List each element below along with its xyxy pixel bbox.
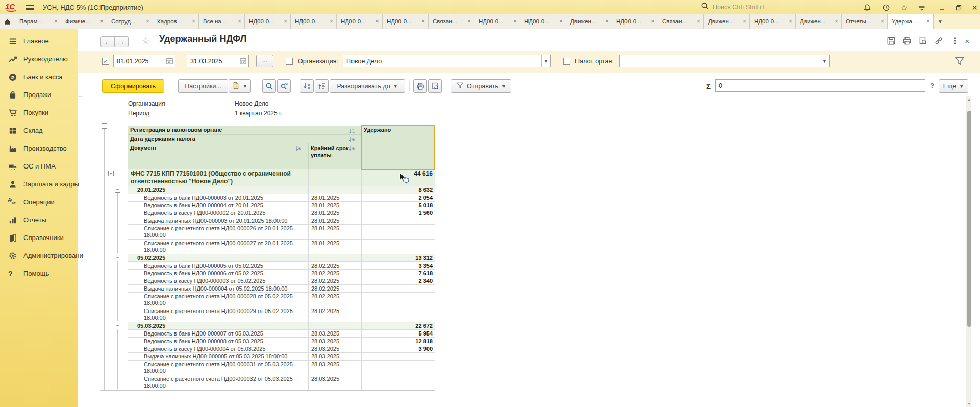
sidebar-item-staff[interactable]: Зарплата и кадры xyxy=(0,175,78,193)
report-group-row[interactable]: 05.03.202522 672 xyxy=(128,322,435,330)
tab-20[interactable]: Удержа...× xyxy=(888,14,934,29)
report-detail-row[interactable]: Ведомость в банк НД00-000003 от 20.01.20… xyxy=(128,194,435,202)
tab-15[interactable]: Связан...× xyxy=(658,14,704,29)
tab-close-icon[interactable]: × xyxy=(605,18,609,25)
tab-close-icon[interactable]: × xyxy=(100,18,104,25)
window-restore-icon[interactable] xyxy=(953,3,963,12)
tab-close-icon[interactable]: × xyxy=(238,18,241,25)
history-clock-icon[interactable] xyxy=(881,3,891,12)
tab-close-icon[interactable]: × xyxy=(789,18,792,25)
report-detail-row[interactable]: Ведомость в кассу НД00-000003 от 05.02.2… xyxy=(128,277,435,285)
tab-close-icon[interactable]: × xyxy=(375,18,379,25)
report-total-row[interactable]: ФНС 7715 КПП 771501001 (Общество с огран… xyxy=(128,169,435,186)
get-link-icon[interactable] xyxy=(934,36,944,46)
scroll-down-icon[interactable]: ▼ xyxy=(967,402,971,405)
tab-close-icon[interactable]: × xyxy=(835,18,838,25)
sidebar-item-bank[interactable]: PБанк и касса xyxy=(0,68,78,86)
collapse-groups-icon[interactable] xyxy=(300,79,314,93)
sidebar-item-operations[interactable]: ДтКтОперации xyxy=(0,193,78,211)
tab-close-icon[interactable]: × xyxy=(559,18,563,25)
period-more-button[interactable]: ... xyxy=(256,55,273,67)
vertical-scrollbar[interactable]: ▲ ▼ xyxy=(966,96,971,407)
window-close-icon[interactable]: ✕ xyxy=(970,3,979,12)
tab-11[interactable]: НД00-0...× xyxy=(474,14,520,29)
autosum-input[interactable] xyxy=(716,80,925,91)
report-detail-row[interactable]: Списание с расчетного счета НД00-000027 … xyxy=(128,240,435,254)
scrollbar-thumb[interactable] xyxy=(967,111,971,327)
filter-funnel-icon[interactable] xyxy=(954,56,965,68)
tab-close-icon[interactable]: × xyxy=(697,18,700,25)
report-detail-row[interactable]: Выдача наличных НД00-000003 от 20.01.202… xyxy=(128,217,435,225)
report-variants-button[interactable]: ▼ xyxy=(229,79,251,93)
calendar-icon[interactable] xyxy=(166,57,173,66)
report-detail-row[interactable]: Выдача наличных НД00-000004 от 05.02.202… xyxy=(128,285,435,293)
preview-table-icon[interactable] xyxy=(428,79,442,93)
chevron-down-icon[interactable]: ▼ xyxy=(820,55,829,67)
sort-icon[interactable] xyxy=(349,127,355,136)
tab-close-icon[interactable]: × xyxy=(54,18,58,25)
tab-3[interactable]: Сотруд...× xyxy=(107,14,153,29)
sidebar-item-warehouse[interactable]: Склад xyxy=(0,122,78,139)
sidebar-item-purchases[interactable]: Покупки xyxy=(0,104,78,122)
tree-collapse-level2[interactable]: − xyxy=(108,171,114,176)
sidebar-item-reports[interactable]: Отчеты xyxy=(0,211,78,229)
tab-19[interactable]: Отчеты...× xyxy=(842,14,888,29)
tab-9[interactable]: НД00-0...× xyxy=(383,14,429,29)
sidebar-item-production[interactable]: Производство xyxy=(0,139,78,157)
sidebar-item-help[interactable]: ?Помощь xyxy=(0,265,78,282)
tabs-overflow-icon[interactable]: ▼ xyxy=(934,14,947,29)
tab-16[interactable]: Движен...× xyxy=(704,14,750,29)
tab-close-icon[interactable]: × xyxy=(651,18,655,25)
report-detail-row[interactable]: Ведомость в кассу НД00-000004 от 05.03.2… xyxy=(128,345,435,353)
sidebar-item-trend[interactable]: Руководителю xyxy=(0,50,78,68)
sort-icon[interactable] xyxy=(349,145,355,154)
close-report-icon[interactable]: × xyxy=(962,36,972,46)
chevron-down-icon[interactable]: ▼ xyxy=(541,55,550,67)
tab-7[interactable]: НД00-0...× xyxy=(291,14,337,29)
report-group-row[interactable]: 20.01.20258 632 xyxy=(128,186,435,194)
tab-5[interactable]: Все на...× xyxy=(199,14,245,29)
send-button[interactable]: Отправить ▼ xyxy=(451,79,511,93)
period-checkbox[interactable]: ✓ xyxy=(102,58,109,65)
tab-close-icon[interactable]: × xyxy=(743,18,746,25)
tree-collapse-level1[interactable]: − xyxy=(102,123,107,129)
expand-to-button[interactable]: Разворачивать до ▼ xyxy=(330,79,405,93)
sidebar-item-catalogs[interactable]: Справочники xyxy=(0,229,78,247)
find-next-icon[interactable] xyxy=(277,79,291,93)
settings-button[interactable]: Настройки... xyxy=(178,79,228,93)
header-document[interactable]: Документ xyxy=(128,143,309,169)
forward-button[interactable]: → xyxy=(114,36,129,47)
report-detail-row[interactable]: Списание с расчетного счета НД00-000026 … xyxy=(128,225,435,240)
report-detail-row[interactable]: Списание с расчетного счета НД00-000032 … xyxy=(128,375,435,390)
tab-close-icon[interactable]: × xyxy=(926,18,930,25)
report-detail-row[interactable]: Ведомость в банк НД00-000007 от 05.03.20… xyxy=(128,330,435,338)
main-menu-icon[interactable] xyxy=(26,5,34,10)
report-detail-row[interactable]: Ведомость в банк НД00-000006 от 05.02.20… xyxy=(128,270,435,277)
report-detail-row[interactable]: Списание с расчетного счета НД00-000029 … xyxy=(128,307,435,322)
report-detail-row[interactable]: Выдача наличных НД00-000005 от 05.03.202… xyxy=(128,353,435,361)
home-tab[interactable] xyxy=(0,14,15,29)
tab-close-icon[interactable]: × xyxy=(421,18,425,25)
period-from-field[interactable] xyxy=(113,55,175,67)
expand-groups-icon[interactable] xyxy=(315,79,329,93)
autosum-field[interactable] xyxy=(715,79,925,92)
print-icon[interactable] xyxy=(902,36,912,46)
tab-close-icon[interactable]: × xyxy=(881,18,884,25)
organization-checkbox[interactable] xyxy=(286,58,293,65)
tab-13[interactable]: Движен...× xyxy=(566,14,612,29)
header-registration[interactable]: Регистрация в налоговом органе xyxy=(128,126,362,135)
report-detail-row[interactable]: Списание с расчетного счета НД00-000028 … xyxy=(128,293,435,307)
find-icon[interactable] xyxy=(262,79,276,93)
tab-close-icon[interactable]: × xyxy=(330,18,333,25)
tab-close-icon[interactable]: × xyxy=(146,18,149,25)
favorite-report-star-icon[interactable]: ☆ xyxy=(142,36,149,46)
sort-icon[interactable] xyxy=(295,145,301,154)
organization-combo[interactable]: Новое Дело ▼ xyxy=(343,55,551,67)
tab-10[interactable]: Связан...× xyxy=(429,14,474,29)
tab-12[interactable]: НД00-0...× xyxy=(520,14,566,29)
print-table-icon[interactable] xyxy=(413,79,427,93)
sidebar-item-assets[interactable]: ОС и НМА xyxy=(0,157,78,175)
global-search-input[interactable]: Поиск Ctrl+Shift+F xyxy=(701,2,869,12)
calendar-icon[interactable] xyxy=(239,57,247,66)
more-dots-icon[interactable] xyxy=(950,36,960,46)
